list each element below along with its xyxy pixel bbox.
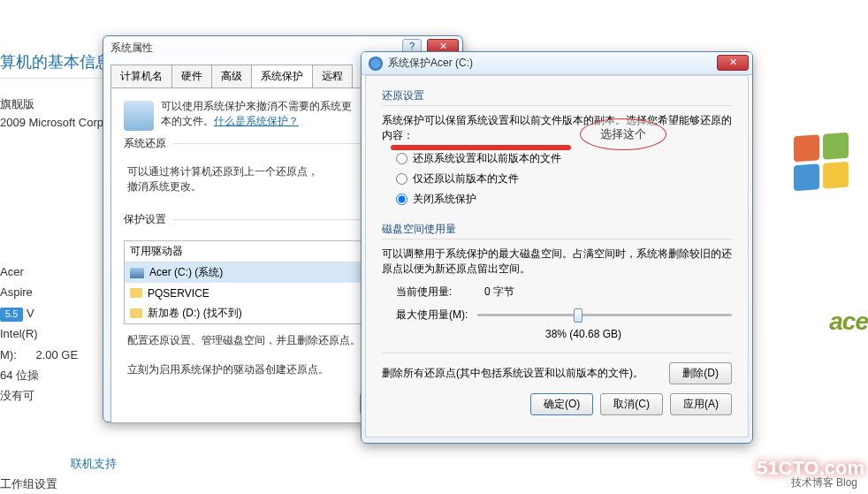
dialog-buttons: 确定(O) 取消(C) 应用(A) [382,393,732,415]
system-info-block: Acer Aspire 5.5V Intel(R) M): 2.00 GE 64… [0,262,78,407]
page-heading: 算机的基本信息 [0,51,111,72]
online-support-link[interactable]: 联机支持 [71,456,117,472]
delete-row: 删除所有还原点(其中包括系统设置和以前版本的文件)。 删除(D) [382,353,732,384]
titlebar[interactable]: 系统保护Acer (C:) ✕ [362,52,752,75]
delete-button[interactable]: 删除(D) [669,362,732,384]
tab-remote[interactable]: 远程 [312,65,353,87]
drive-icon [130,268,144,278]
disk-intro: 可以调整用于系统保护的最大磁盘空间。占满空间时，系统将删除较旧的还原点以便为新还… [382,245,732,282]
tab-computer-name[interactable]: 计算机名 [110,65,172,87]
shield-icon [124,101,154,131]
radio-input-files-only[interactable] [396,173,407,185]
delete-desc: 删除所有还原点(其中包括系统设置和以前版本的文件)。 [382,366,669,381]
drive-name: 新加卷 (D:) (找不到) [148,306,393,321]
current-usage-value: 0 字节 [484,285,514,300]
watermark-subtext: 技术博客 Blog [791,475,857,490]
radio-input-turn-off[interactable] [396,194,407,205]
max-usage-row: 最大使用量(M): [382,308,732,323]
folder-icon [130,288,142,298]
tab-hardware[interactable]: 硬件 [171,65,212,87]
annotation-callout: 选择这个 [580,118,666,150]
window-title: 系统保护Acer (C:) [388,56,473,71]
dialog-body: 还原设置 系统保护可以保留系统设置和以前文件版本的副本。选择您希望能够还原的内容… [365,75,749,437]
tab-advanced[interactable]: 高级 [211,65,252,87]
annotation-underline [391,145,571,150]
manufacturer-value: Acer [0,262,78,282]
divider [0,78,106,79]
window-title: 系统属性 [110,41,153,56]
radio-turn-off[interactable]: 关闭系统保护 [382,189,732,209]
edition-text: 旗舰版 [0,95,103,114]
cancel-button[interactable]: 取消(C) [600,393,663,415]
disk-usage-group: 磁盘空间使用量 可以调整用于系统保护的最大磁盘空间。占满空间时，系统将删除较旧的… [382,222,732,340]
shield-icon [369,57,383,71]
windows-logo-icon [794,134,854,194]
section-protect-heading: 保护设置 [124,213,173,225]
workgroup-heading: 工作组设置 [0,476,57,492]
folder-icon [130,308,142,318]
wei-badge: 5.5 [0,308,23,322]
drive-name: Acer (C:) (系统) [149,265,393,280]
system-protection-dialog: 系统保护Acer (C:) ✕ 还原设置 系统保护可以保留系统设置和以前文件版本… [361,51,753,444]
col-drive: 可用驱动器 [130,244,393,259]
radio-input-restore-all[interactable] [396,153,407,164]
radio-restore-files-only[interactable]: 仅还原以前版本的文件 [382,169,732,189]
ram-row: M): 2.00 GE [0,345,78,365]
close-button[interactable]: ✕ [717,55,749,71]
apply-button[interactable]: 应用(A) [670,393,732,415]
tab-system-protection[interactable]: 系统保护 [251,65,313,87]
wei-suffix: V [27,307,34,320]
section-restore-heading: 系统还原 [124,137,173,149]
group-title-restore: 还原设置 [382,88,732,106]
wei-row[interactable]: 5.5V [0,303,78,323]
current-usage-label: 当前使用量: [396,285,484,300]
arch-value: 64 位操 [0,365,78,385]
slider-value-text: 38% (40.68 GB) [435,328,732,340]
max-usage-slider[interactable] [477,314,732,316]
radio-restore-all[interactable]: 还原系统设置和以前版本的文件 [382,148,732,169]
ok-button[interactable]: 确定(O) [530,393,593,415]
radio-label: 仅还原以前版本的文件 [413,171,519,186]
model-value: Aspire [0,282,78,302]
radio-label: 关闭系统保护 [413,192,476,207]
current-usage-row: 当前使用量: 0 字节 [382,282,732,302]
radio-label: 还原系统设置和以前版本的文件 [413,151,561,166]
intro-line2: 本的文件。 [161,115,214,127]
copyright-text: 2009 Microsoft Corp [0,114,103,133]
windows-edition-block: 旗舰版 2009 Microsoft Corp [0,95,103,133]
acer-logo: ace [829,308,868,336]
slider-thumb[interactable] [574,308,582,323]
cpu-value: Intel(R) [0,323,78,344]
group-title-disk: 磁盘空间使用量 [382,222,732,239]
drive-name: PQSERVICE [148,287,393,300]
restore-intro: 系统保护可以保留系统设置和以前文件版本的副本。选择您希望能够还原的内容： [382,111,732,148]
max-usage-label: 最大使用量(M): [382,308,470,323]
what-is-link[interactable]: 什么是系统保护？ [214,115,299,127]
pen-value: 没有可 [0,385,78,406]
